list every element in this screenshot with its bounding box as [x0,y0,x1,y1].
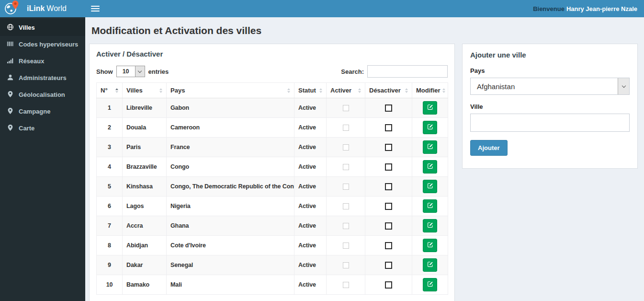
pays-cell: Ghana [167,216,294,236]
edit-button[interactable] [423,160,437,174]
sidebar-item-administrateurs[interactable]: Administrateurs [0,69,85,86]
sort-icon [442,88,445,93]
status-text: Active [294,216,327,236]
edit-pencil-icon [427,222,433,230]
row-number: 7 [97,216,123,236]
edit-button[interactable] [423,258,437,272]
desactiver-checkbox[interactable] [385,104,392,112]
sort-asc-icon [115,88,118,93]
sidebar-item-geolocalisation[interactable]: Géolocalisation [0,86,85,103]
column-header-num[interactable]: N° [97,83,123,98]
status-text: Active [294,138,327,157]
edit-pencil-icon [427,242,433,249]
edit-button[interactable] [423,239,437,252]
desactiver-checkbox[interactable] [385,203,392,210]
status-text: Active [294,275,327,295]
sidebar-item-label: Administrateurs [19,74,67,81]
column-header-modifier[interactable]: Modifier [412,83,448,98]
entries-label: entries [148,68,169,75]
desactiver-checkbox[interactable] [385,242,392,249]
activer-checkbox [343,223,349,229]
sidebar-item-campagne[interactable]: Campagne [0,103,85,120]
country-select[interactable]: Afghanistan [470,78,630,95]
edit-button[interactable] [423,101,437,115]
globe-pin-logo-icon [4,0,20,17]
pays-cell: Gabon [167,98,294,118]
edit-button[interactable] [423,121,437,134]
edit-pencil-icon [427,124,433,131]
map-marker-icon [7,91,14,99]
pays-cell: France [167,138,294,157]
status-text: Active [294,118,327,138]
sidebar-item-label: Codes hyperviseurs [19,41,78,48]
sidebar-item-carte[interactable]: Carte [0,120,85,137]
barcode-icon [7,40,14,49]
page-length-select[interactable]: 10 [116,66,145,77]
edit-button[interactable] [423,140,437,154]
activer-checkbox [343,164,349,170]
status-text: Active [294,157,327,177]
row-number: 10 [97,275,123,295]
column-header-desactiver[interactable]: Désactiver [365,83,412,98]
desactiver-checkbox[interactable] [385,124,392,131]
chevron-down-icon [135,66,145,77]
ajouter-button[interactable]: Ajouter [470,140,508,156]
edit-pencil-icon [427,202,433,210]
column-header-pays[interactable]: Pays [167,83,294,98]
sidebar-toggle-icon[interactable] [91,4,100,13]
pays-cell: Cameroon [167,118,294,138]
activer-checkbox [343,262,349,268]
edit-button[interactable] [423,219,437,232]
add-city-panel: Ajouter une ville Pays Afghanistan Ville… [462,44,638,169]
desactiver-checkbox[interactable] [385,163,392,171]
panel-title: Activer / Désactiver [96,50,448,58]
brand-logo[interactable]: iLinkWorld [0,0,85,17]
sidebar-item-codes-hyperviseurs[interactable]: Codes hyperviseurs [0,36,85,53]
desactiver-checkbox[interactable] [385,183,392,190]
table-row: 6 Lagos Nigeria Active [97,197,448,216]
ville-input[interactable] [470,114,630,132]
ville-cell: Douala [123,118,167,138]
edit-pencil-icon [427,104,433,112]
chevron-down-icon [618,78,629,94]
desactiver-checkbox[interactable] [385,144,392,151]
desactiver-checkbox[interactable] [385,222,392,230]
panel-title: Ajouter une ville [470,51,630,59]
ville-cell: Kinshasa [123,177,167,197]
edit-pencil-icon [427,183,433,190]
desactiver-checkbox[interactable] [385,281,392,289]
sidebar-item-villes[interactable]: Villes [0,19,85,36]
table-row: 5 Kinshasa Congo, The Democratic Republi… [97,177,448,197]
edit-button[interactable] [423,180,437,193]
table-row: 1 Libreville Gabon Active [97,98,448,118]
row-number: 5 [97,177,123,197]
sort-icon [358,88,361,93]
column-header-statut[interactable]: Statut [294,83,327,98]
sort-icon [159,88,162,93]
activation-panel: Activer / Désactiver Show 10 entries Sea… [89,44,455,301]
welcome-message: BienvenueHanry Jean-pierre Nzale [533,5,637,12]
table-row: 4 Brazzaville Congo Active [97,157,448,177]
page-title: Modification et Activation des villes [89,25,638,36]
globe-icon [7,23,14,32]
row-number: 2 [97,118,123,138]
signal-icon [7,57,14,66]
desactiver-checkbox[interactable] [385,262,392,269]
search-input[interactable] [367,65,448,78]
edit-button[interactable] [423,199,437,213]
edit-pencil-icon [427,261,433,269]
sort-icon [287,88,290,93]
brand-title: iLinkWorld [27,4,67,13]
ville-cell: Dakar [123,255,167,275]
activer-checkbox [343,144,349,150]
activer-checkbox [343,184,349,190]
column-header-activer[interactable]: Activer [327,83,365,98]
row-number: 6 [97,197,123,216]
edit-button[interactable] [423,278,437,291]
activer-checkbox [343,282,349,288]
column-header-villes[interactable]: Villes [123,83,167,98]
ville-cell: Accra [123,216,167,236]
table-body: 1 Libreville Gabon Active 2 Douala Camer… [97,98,448,295]
sidebar-menu: Villes Codes hyperviseurs Réseaux Admini… [0,17,85,301]
sidebar-item-reseaux[interactable]: Réseaux [0,53,85,69]
